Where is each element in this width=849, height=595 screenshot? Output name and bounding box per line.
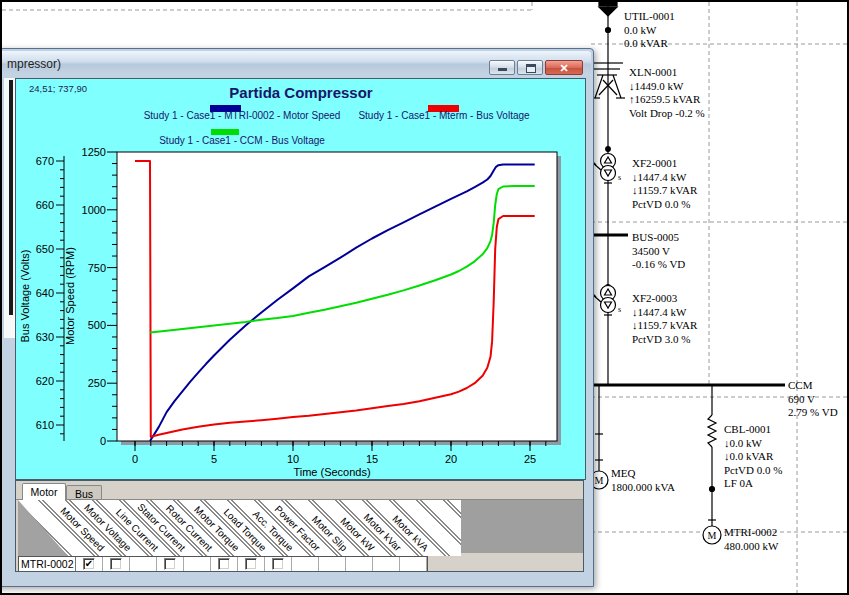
svg-text:610: 610	[36, 419, 54, 431]
minimize-button[interactable]	[489, 60, 515, 75]
table-row: MTRI-0002 ✔	[18, 556, 428, 572]
svg-text:650: 650	[36, 243, 54, 255]
row-cell-9	[319, 557, 346, 571]
svg-text:0: 0	[100, 435, 106, 447]
plot-frame	[117, 152, 557, 441]
close-icon: ✕	[546, 61, 582, 75]
svg-text:1000: 1000	[82, 204, 106, 216]
checkbox-motor-speed[interactable]: ✔	[83, 558, 95, 570]
diagram-label-xln-0001[interactable]: XLN-0001 ↓1449.0 kW ↑16259.5 kVAR Volt D…	[629, 66, 705, 120]
svg-text:5: 5	[211, 453, 217, 465]
etap-oneline-canvas: M M s s UTIL-0001 0.0 kW 0.0 kVARXLN-000…	[0, 0, 849, 595]
diagram-label-ccm[interactable]: CCM 690 V 2.79 % VD	[788, 379, 838, 420]
svg-text:1250: 1250	[82, 146, 106, 158]
window-title: mpressor)	[7, 57, 61, 71]
svg-text:250: 250	[88, 377, 106, 389]
checkbox-stator-current[interactable]	[164, 558, 176, 570]
diagram-label-bus-0005[interactable]: BUS-0005 34500 V -0.16 % VD	[632, 231, 685, 272]
panel-gray-area	[461, 500, 584, 553]
diagram-label-util-0001[interactable]: UTIL-0001 0.0 kW 0.0 kVAR	[624, 10, 675, 51]
row-cell-8	[292, 557, 319, 571]
row-cell-6	[238, 557, 265, 571]
row-cell-10	[346, 557, 373, 571]
parameter-panel: Motor Bus Motor SpeedMotor VoltageLine C…	[15, 480, 584, 572]
chart: 0510152025Time (Seconds)0250500750100012…	[16, 79, 585, 479]
mtri-motor-letter: M	[708, 530, 717, 541]
diagram-label-cbl-0001[interactable]: CBL-0001 ↓0.0 kW ↓0.0 kVAR PctVD 0.0 % L…	[724, 423, 782, 491]
row-cell-3	[157, 557, 184, 571]
checkbox-acc-torque[interactable]	[272, 558, 284, 570]
restore-icon	[526, 64, 536, 73]
svg-text:670: 670	[36, 155, 54, 167]
row-cell-11	[373, 557, 400, 571]
svg-text:630: 630	[36, 331, 54, 343]
svg-text:750: 750	[88, 262, 106, 274]
svg-text:0: 0	[132, 453, 138, 465]
checkbox-motor-torque[interactable]	[218, 558, 230, 570]
cbl-branch	[703, 385, 721, 544]
plot-client-area: 24,51; 737,90 Partida Compressor Study 1…	[15, 78, 586, 480]
y2-axis-title: Bus Voltage (Volts)	[19, 250, 31, 343]
xf2-0001-secondary-mark: s	[618, 173, 621, 182]
x-axis-title: Time (Seconds)	[293, 466, 370, 478]
diagram-label-meq[interactable]: MEQ 1800.000 kVA	[611, 467, 675, 494]
minimize-icon	[498, 68, 507, 71]
transformer-xf2-0003-symbol	[591, 285, 616, 315]
window-titlebar[interactable]: mpressor) ✕	[0, 51, 591, 75]
svg-text:640: 640	[36, 287, 54, 299]
svg-text:20: 20	[445, 453, 457, 465]
svg-text:620: 620	[36, 375, 54, 387]
meq-motor-letter: M	[595, 475, 604, 486]
tab-motor[interactable]: Motor	[22, 483, 66, 500]
row-cell-1	[103, 557, 130, 571]
xf2-0003-secondary-mark: s	[618, 305, 621, 314]
y1-axis-title: Motor Speed (RPM)	[64, 247, 76, 345]
svg-text:10: 10	[287, 453, 299, 465]
row-cell-2	[130, 557, 157, 571]
close-button[interactable]: ✕	[545, 60, 583, 75]
window-left-dark-bar	[9, 80, 13, 315]
row-cell-4	[184, 557, 211, 571]
checkbox-motor-voltage[interactable]	[110, 558, 122, 570]
row-cell-5	[211, 557, 238, 571]
diagram-label-xf2-0001[interactable]: XF2-0001 ↓1447.4 kW ↓1159.7 kVAR PctVD 0…	[632, 157, 697, 211]
checkbox-load-torque[interactable]	[245, 558, 257, 570]
diagram-label-xf2-0003[interactable]: XF2-0003 ↓1447.4 kW ↓1159.7 kVAR PctVD 3…	[632, 292, 697, 346]
diagram-label-mtri-0002[interactable]: MTRI-0002 480.000 kW	[724, 526, 778, 553]
plot-window: mpressor) ✕ 24,51; 737,90 Partida Compre…	[0, 48, 594, 587]
row-cell-0: ✔	[76, 557, 103, 571]
svg-text:660: 660	[36, 199, 54, 211]
restore-button[interactable]	[517, 60, 543, 75]
svg-text:25: 25	[524, 453, 536, 465]
cable-symbol	[708, 415, 716, 447]
transformer-xf2-0001-symbol	[591, 147, 616, 183]
row-label: MTRI-0002	[19, 557, 76, 571]
svg-text:15: 15	[366, 453, 378, 465]
row-cell-12	[400, 557, 427, 571]
svg-text:500: 500	[88, 319, 106, 331]
row-cell-7	[265, 557, 292, 571]
